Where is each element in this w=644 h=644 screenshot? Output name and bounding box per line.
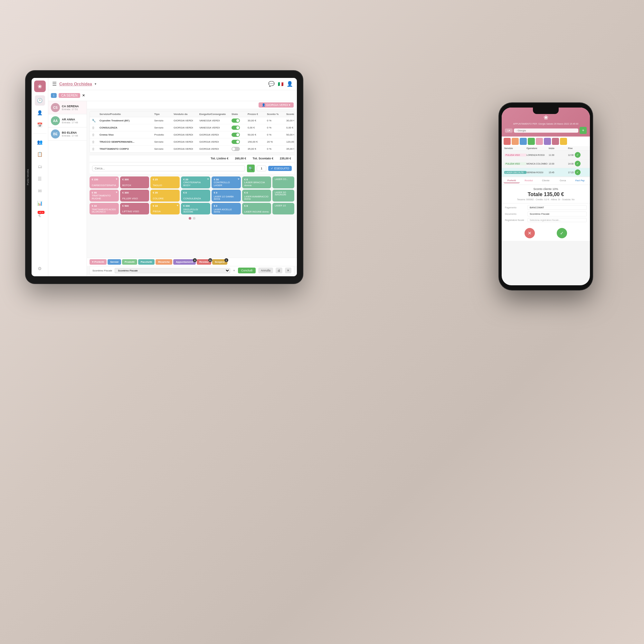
tile-carbossiterapia[interactable]: € 150 CARBOSSITERAPIA ♥ — [90, 176, 119, 188]
p-tab-preferiti[interactable]: Preferiti — [504, 178, 520, 183]
color-btn-pink[interactable] — [536, 138, 543, 145]
tile-trattamento-rughe[interactable]: € 55 TRATTAMENTO RUGHE ♥ — [90, 190, 119, 202]
registratore-value[interactable]: Seleziona registratore fiscale... — [527, 218, 587, 222]
client-item-anna[interactable]: AA AR ANNA Entrata: 17:48 — [48, 114, 87, 128]
color-btn-red[interactable] — [504, 138, 511, 145]
tile-filler-viso[interactable]: € 300 FILLER VISO — [120, 190, 149, 202]
color-btn-orange[interactable] — [512, 138, 519, 145]
th-scontato: Scontato € — [286, 113, 294, 116]
btab-servizi[interactable]: Servizi — [108, 259, 121, 265]
toggle-2[interactable] — [232, 126, 240, 130]
toggle-5[interactable] — [232, 147, 240, 151]
p-tab-residui[interactable]: Residui — [521, 178, 537, 183]
quantity-input[interactable] — [257, 166, 266, 171]
tile-controllo-laser[interactable]: € 30 CONTROLLO LASER ♥ — [212, 176, 241, 188]
tab-ca-seren[interactable]: CA SEREN — [59, 93, 80, 98]
toggle-3[interactable] — [232, 133, 240, 137]
btab-appuntamenti[interactable]: Appuntamenti 0 — [173, 259, 196, 265]
btab-ricariche[interactable]: Ricariche — [156, 259, 172, 265]
sidebar-item-stats[interactable]: 📊 — [35, 198, 45, 208]
flag-icon[interactable]: 🇮🇹 — [278, 81, 283, 87]
sidebar-item-settings[interactable]: ⚙ — [35, 263, 45, 274]
pagamento-value[interactable]: BANCOMAT — [527, 205, 587, 210]
client-item-elena[interactable]: BE BO ELENA Entrata: 17:48 — [48, 128, 87, 141]
tile-laser-so[interactable]: LASER SO INFERIORI — [272, 190, 294, 202]
sidebar-item-list[interactable]: ☰ — [35, 174, 45, 184]
tile-laser-co[interactable]: LASER CO... — [272, 176, 294, 188]
sidebar-item-groups[interactable]: 👥 — [35, 137, 45, 147]
sidebar-item-reports[interactable]: 📋 — [35, 149, 45, 159]
row-icon-1[interactable]: 🔧 — [92, 119, 99, 122]
btab-preferiti[interactable]: ♥ Preferiti — [90, 259, 107, 265]
tab-close[interactable]: ✕ — [82, 93, 85, 98]
p-tab-cerca[interactable]: Cerca — [555, 178, 571, 183]
user-icon[interactable]: 👤 — [287, 81, 293, 87]
chat-icon[interactable]: 💬 — [268, 81, 275, 87]
phone-add-button[interactable]: + — [580, 127, 587, 134]
sidebar-item-mail[interactable]: ✉ — [35, 186, 45, 196]
row-icon-5[interactable]: 🗑 — [92, 147, 99, 151]
phone-tab-selector[interactable]: L▾ — [505, 128, 513, 133]
tab-info[interactable]: i — [51, 93, 57, 98]
center-title[interactable]: Centro Orchidea — [59, 81, 92, 86]
documento-value[interactable]: Scontrino Fiscale — [527, 212, 587, 216]
row-stato-2[interactable] — [232, 126, 248, 130]
client-item-serena[interactable]: CS CA SERENA Entrata: 17:51 — [48, 101, 87, 114]
sidebar-item-clients[interactable]: 👤 — [35, 108, 45, 118]
tile-laser-ascelle[interactable]: € 0 LASER ASCELLE donna — [212, 203, 241, 214]
tile-driolipolisi[interactable]: € 300 DRIOLIPOLISI ADDOME — [181, 203, 210, 214]
p-tab-fastpay[interactable]: Fast Pay — [572, 178, 588, 183]
sidebar-item-calendar[interactable]: 📅 — [35, 120, 45, 130]
btab-pacchetti[interactable]: Pacchetti — [138, 259, 155, 265]
tile-colore[interactable]: € 35 COLORE — [150, 190, 180, 202]
color-btn-green[interactable] — [528, 138, 535, 145]
p-tab-cliente[interactable]: Cliente — [538, 178, 554, 183]
conclude-button[interactable]: Concludi — [238, 268, 256, 273]
tile-piega[interactable]: € 18 PIEGA ♥ — [150, 203, 180, 214]
tile-laser-half[interactable]: LASER 1/2 — [272, 203, 294, 214]
exec-button[interactable]: ✓ ESEGUITO — [268, 166, 292, 171]
tile-laser-avambraccio[interactable]: € 0 LASER AVAMBRACCIO donna — [242, 190, 271, 202]
cancel-button[interactable]: ✕ — [525, 228, 535, 238]
close-receipt-button[interactable]: ✕ — [285, 268, 291, 273]
btab-scopesi[interactable]: Scopesi 1 — [212, 259, 227, 265]
tile-laser-gamba[interactable]: € 0 LASER 1/2 GAMBA donna — [212, 190, 241, 202]
tile-acido-ialuronico[interactable]: € 44 TRATTAMENTO ACIDO IALURONICO — [90, 203, 119, 214]
search-input[interactable] — [92, 166, 245, 171]
btab-prodotti[interactable]: Prodotti — [122, 259, 137, 265]
menu-icon[interactable]: ☰ — [52, 81, 57, 87]
row-stato-5[interactable] — [232, 147, 248, 151]
tile-crioterapia[interactable]: € 20 CRIOTERAPIA BODY ♥ — [181, 176, 210, 188]
page-dot-2[interactable] — [193, 217, 195, 220]
row-icon-3[interactable]: 🗑 — [92, 133, 99, 137]
annulla-button[interactable]: Annulla — [258, 268, 273, 273]
tile-botox[interactable]: € 300 BOTOX — [120, 176, 149, 188]
phone-name-input[interactable] — [514, 128, 578, 133]
sidebar-item-euro[interactable]: € NEW — [35, 210, 45, 221]
tile-lifting-viso[interactable]: € 500 LIFTING VISO — [120, 203, 149, 214]
tile-consulenza[interactable]: € 0 CONSULENZA — [181, 190, 210, 202]
row-icon-2[interactable]: 🗑 — [92, 126, 99, 129]
toggle-1[interactable] — [232, 118, 240, 123]
receipt-select[interactable]: Scontrino Fiscale — [115, 268, 230, 273]
customer-button[interactable]: 👤 GIORGIA VERDI ▾ — [259, 102, 294, 108]
print-button[interactable]: 🖨 — [276, 268, 282, 273]
toggle-4[interactable] — [232, 140, 240, 144]
sidebar-item-folders[interactable]: 🗂 — [35, 161, 45, 172]
sidebar-item-clock[interactable]: 🕐 — [35, 95, 45, 106]
row-stato-1[interactable] — [232, 118, 248, 123]
tile-taglio[interactable]: € 25 TAGLIO — [150, 176, 180, 188]
color-btn-blue[interactable] — [520, 138, 527, 145]
tile-laser-braccia[interactable]: € 0 LASER BRACCIA donna — [242, 176, 271, 188]
page-dot-1[interactable] — [189, 217, 191, 220]
confirm-button[interactable]: ✓ — [557, 228, 567, 238]
color-btn-purple[interactable] — [544, 138, 551, 145]
row-stato-4[interactable] — [232, 140, 248, 144]
color-btn-yellow[interactable] — [560, 138, 567, 145]
row-stato-3[interactable] — [232, 133, 248, 137]
tile-laser-inguine[interactable]: € 0 LASER INGUINE donna — [242, 203, 271, 214]
color-btn-mauve[interactable] — [552, 138, 559, 145]
row-icon-4[interactable]: 🗑 — [92, 140, 99, 144]
btab-residui[interactable]: Residui 11 — [197, 259, 211, 265]
search-button[interactable]: 🔍 — [247, 165, 255, 172]
